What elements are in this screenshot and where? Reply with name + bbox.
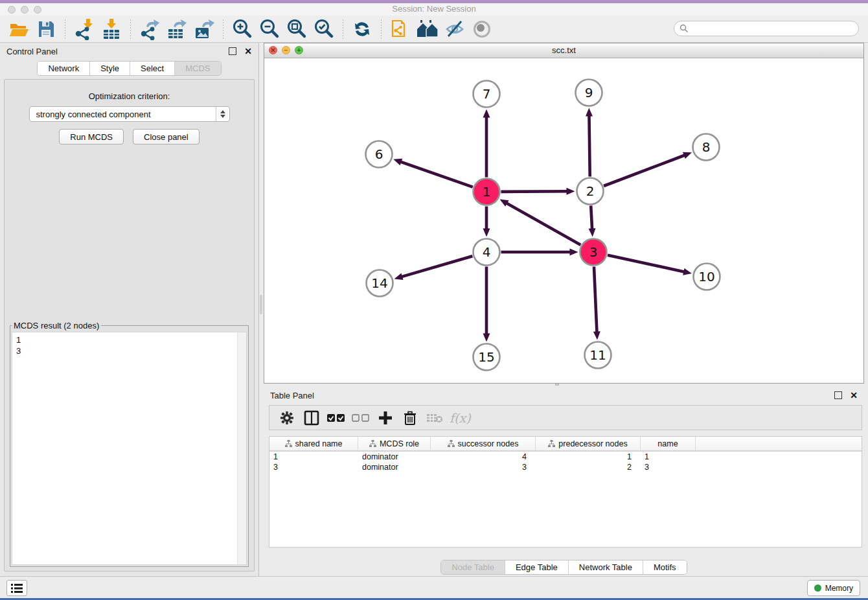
zoom-out-icon[interactable]: [258, 17, 281, 41]
graph-edge-1-4[interactable]: [483, 207, 490, 237]
graph-node-10[interactable]: 10: [694, 264, 720, 290]
hide-selected-icon[interactable]: [443, 17, 466, 41]
cell-successor-nodes[interactable]: 3: [431, 463, 536, 472]
tab-select[interactable]: Select: [130, 62, 175, 75]
first-neighbors-icon[interactable]: [416, 17, 439, 41]
new-network-from-selection-icon[interactable]: [389, 17, 412, 41]
import-network-icon[interactable]: [73, 17, 96, 41]
search-input[interactable]: [692, 23, 858, 34]
delete-column-icon[interactable]: [399, 408, 421, 428]
tab-network-table[interactable]: Network Table: [569, 560, 643, 574]
float-table-panel-icon[interactable]: [834, 391, 842, 399]
cell-shared-name[interactable]: 1: [269, 452, 358, 461]
column-type-icon: [448, 440, 455, 447]
graph-node-11[interactable]: 11: [585, 342, 611, 369]
cell-name[interactable]: 3: [641, 463, 696, 472]
graph-edge-4-15[interactable]: [483, 267, 490, 342]
cell-name[interactable]: 1: [641, 452, 696, 461]
graph-edge-4-14[interactable]: [394, 256, 473, 280]
export-image-icon[interactable]: [192, 17, 216, 41]
graph-edge-3-11[interactable]: [593, 266, 600, 340]
table-row[interactable]: 1 dominator 4 1 1: [269, 452, 862, 462]
graph-node-14[interactable]: 14: [367, 270, 393, 297]
run-mcds-button[interactable]: Run MCDS: [59, 129, 124, 144]
select-stepper-icon: [216, 107, 229, 121]
graph-node-3[interactable]: 3: [580, 239, 607, 266]
network-canvas[interactable]: 7968124314101511: [264, 58, 863, 383]
open-session-icon[interactable]: [7, 17, 30, 41]
mcds-result-list[interactable]: 1 3: [12, 332, 247, 565]
graph-edge-1-6[interactable]: [393, 159, 473, 187]
zoom-fit-icon[interactable]: [285, 17, 308, 41]
cell-predecessor-nodes[interactable]: 2: [536, 463, 641, 472]
memory-label: Memory: [825, 584, 853, 593]
network-graph[interactable]: 7968124314101511: [264, 58, 863, 383]
search-field[interactable]: [674, 21, 859, 36]
graph-node-4[interactable]: 4: [474, 239, 500, 266]
import-table-icon[interactable]: [100, 17, 123, 41]
graph-node-7[interactable]: 7: [474, 81, 500, 108]
select-all-icon[interactable]: [325, 408, 347, 428]
cell-mcds-role[interactable]: dominator: [358, 452, 431, 461]
apply-layout-icon[interactable]: [350, 17, 374, 41]
save-session-icon[interactable]: [34, 17, 58, 41]
cell-shared-name[interactable]: 3: [269, 463, 358, 472]
optimization-criterion-select[interactable]: strongly connected component: [29, 106, 230, 122]
tab-edge-table[interactable]: Edge Table: [505, 560, 569, 574]
task-list-icon: [11, 584, 23, 593]
panel-splitter-handle[interactable]: [260, 295, 262, 314]
function-builder-icon[interactable]: f(x): [450, 411, 471, 425]
tab-mcds[interactable]: MCDS: [175, 62, 220, 75]
close-panel-button[interactable]: Close panel: [133, 129, 200, 144]
column-header-predecessor-nodes[interactable]: predecessor nodes: [536, 437, 641, 450]
table-row[interactable]: 3 dominator 3 2 3: [269, 462, 862, 472]
memory-status-button[interactable]: Memory: [807, 580, 860, 596]
delete-table-icon[interactable]: [424, 408, 446, 428]
network-window-titlebar[interactable]: ✕ − + scc.txt: [264, 43, 863, 58]
table-settings-icon[interactable]: [276, 408, 298, 428]
column-header-successor-nodes[interactable]: successor nodes: [431, 437, 536, 450]
graph-node-9[interactable]: 9: [576, 80, 602, 106]
graph-edge-1-2[interactable]: [501, 188, 575, 195]
close-panel-icon[interactable]: ✕: [244, 48, 252, 54]
column-header-name[interactable]: name: [641, 437, 696, 450]
graph-node-6[interactable]: 6: [366, 141, 393, 168]
graph-node-1[interactable]: 1: [474, 179, 500, 205]
result-scrollbar[interactable]: [237, 332, 246, 564]
graph-node-label: 6: [375, 146, 383, 162]
graph-edge-1-7[interactable]: [483, 110, 490, 178]
graph-edge-2-3[interactable]: [589, 205, 596, 237]
graph-node-2[interactable]: 2: [577, 178, 604, 205]
cell-successor-nodes[interactable]: 4: [431, 452, 536, 461]
zoom-selected-icon[interactable]: [312, 17, 336, 41]
column-label: MCDS role: [380, 439, 419, 448]
graph-node-8[interactable]: 8: [693, 134, 720, 161]
close-table-panel-icon[interactable]: ✕: [850, 392, 858, 398]
show-columns-icon[interactable]: [301, 408, 323, 428]
column-header-shared-name[interactable]: shared name: [269, 437, 358, 450]
task-history-button[interactable]: [6, 580, 27, 596]
show-all-icon[interactable]: [470, 17, 494, 41]
graph-edge-4-3[interactable]: [501, 249, 578, 256]
zoom-in-icon[interactable]: [231, 17, 254, 41]
tab-motifs[interactable]: Motifs: [643, 560, 687, 574]
cell-predecessor-nodes[interactable]: 1: [536, 452, 641, 461]
tab-style[interactable]: Style: [90, 62, 130, 75]
deselect-all-icon[interactable]: [350, 408, 372, 428]
cell-mcds-role[interactable]: dominator: [358, 463, 431, 472]
export-network-icon[interactable]: [138, 17, 161, 41]
column-header-mcds-role[interactable]: MCDS role: [358, 437, 431, 450]
graph-node-15[interactable]: 15: [474, 344, 500, 371]
mcds-result-group: MCDS result (2 nodes) 1 3: [10, 321, 249, 567]
export-table-icon[interactable]: [165, 17, 188, 41]
graph-edge-2-8[interactable]: [604, 152, 692, 186]
app-title: Session: New Session: [0, 4, 868, 14]
tab-node-table[interactable]: Node Table: [441, 560, 505, 574]
graph-edge-2-9[interactable]: [586, 108, 593, 176]
graph-edge-3-10[interactable]: [608, 255, 692, 275]
tab-network[interactable]: Network: [38, 62, 90, 75]
graph-edge-3-1[interactable]: [499, 200, 580, 245]
control-panel: Control Panel ✕ Network Style Select MCD…: [0, 43, 259, 577]
add-column-icon[interactable]: [374, 408, 396, 428]
float-panel-icon[interactable]: [229, 47, 236, 55]
